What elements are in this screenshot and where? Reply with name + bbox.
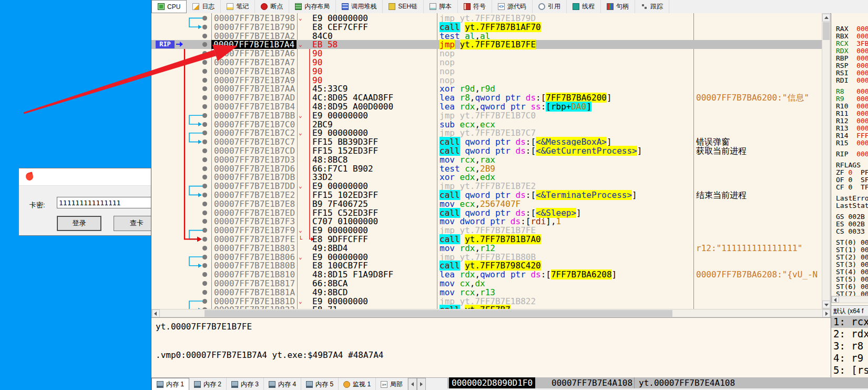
toolbar-tab-log[interactable]: 日志: [187, 0, 221, 13]
breakpoint-bullet[interactable]: [202, 219, 207, 224]
argument-row[interactable]: 1: rcx: [831, 316, 868, 328]
toolbar-tab-memmap[interactable]: 内存布局: [289, 0, 336, 13]
breakpoint-bullet[interactable]: [202, 113, 207, 118]
bottom-tab-watch1[interactable]: 监视 1: [339, 378, 376, 390]
disasm-row[interactable]: 00007FF7B7E1B81D⌄E9 00000000jmp yt.7FF7B…: [151, 297, 822, 306]
register-row[interactable]: RBX 000: [836, 33, 868, 40]
disasm-row[interactable]: 00007FF7B7E1B7C02BC9sub ecx,ecx: [151, 120, 822, 129]
scroll-left-button[interactable]: [152, 309, 160, 317]
bottom-tab-mem2[interactable]: 内存 2: [189, 378, 227, 390]
disasm-row[interactable]: 00007FF7B7E1B7E8B9 7F406725mov ecx,25674…: [151, 199, 822, 208]
disasm-row[interactable]: 00007FF7B7E1B7E2FF15 102ED3FFcall qword …: [151, 191, 822, 199]
disasm-row[interactable]: 00007FF7B7E1B7F9⌄E9 00000000jmp yt.7FF7B…: [151, 226, 822, 235]
breakpoint-bullet[interactable]: [202, 290, 207, 295]
toolbar-tab-symbols[interactable]: 符号: [458, 0, 492, 13]
scroll-right-button[interactable]: [822, 309, 830, 317]
disasm-row[interactable]: 00007FF7B7E1B81A49:8BCDmov rcx,r13: [151, 288, 822, 297]
disasm-row[interactable]: 00007FF7B7E1B81766:8BCAmov cx,dx: [151, 279, 822, 288]
register-row[interactable]: RDI 000: [836, 77, 868, 84]
breakpoint-bullet[interactable]: [202, 139, 207, 144]
disasm-row[interactable]: 00007FF7B7E1B79DE8 CEF7CFFFcall yt.7FF7B…: [151, 23, 822, 32]
register-row[interactable]: ST(2) 000: [836, 254, 868, 261]
breakpoint-bullet[interactable]: [202, 16, 207, 21]
register-row[interactable]: LastError: [836, 195, 868, 202]
toolbar-tab-script[interactable]: 脚本: [424, 0, 458, 13]
disasm-row[interactable]: 00007FF7B7E1B7C7FF15 BB39D3FFcall qword …: [151, 137, 822, 146]
scroll-thumb[interactable]: [205, 310, 672, 317]
scroll-down-button[interactable]: [822, 301, 830, 308]
register-row[interactable]: OF 0 SF: [836, 176, 868, 184]
bottom-tab-mem5[interactable]: 内存 5: [301, 378, 339, 390]
register-row[interactable]: ES 002B: [836, 221, 868, 228]
breakpoint-bullet[interactable]: [202, 211, 207, 215]
bottom-tab-locals[interactable]: 局部: [376, 378, 408, 390]
disasm-row[interactable]: 00007FF7B7E1B7A790nop: [151, 58, 822, 67]
breakpoint-bullet[interactable]: [202, 166, 207, 171]
register-row[interactable]: R13 000: [836, 125, 868, 132]
calling-convention-selector[interactable]: 默认 (x64 f: [831, 305, 868, 317]
breakpoint-bullet[interactable]: [202, 69, 207, 74]
register-row[interactable]: RSP 000: [836, 62, 868, 69]
disasm-row[interactable]: 00007FF7B7E1B822E8 71call yt.7FF7B7: [151, 305, 822, 309]
disasm-row[interactable]: 00007FF7B7E1B7D348:8BC8mov rcx,rax: [151, 155, 822, 164]
register-row[interactable]: R14 FFF: [836, 132, 868, 139]
disasm-row[interactable]: 00007FF7B7E1B7A990nop: [151, 76, 822, 85]
bottom-tab-mem4[interactable]: 内存 4: [264, 378, 301, 390]
disasm-row[interactable]: 00007FF7B7E1B7AA45:33C9xor r9d,r9d: [151, 84, 822, 93]
register-row[interactable]: ST(1) 000: [836, 246, 868, 254]
scroll-thumb[interactable]: [823, 22, 830, 40]
toolbar-tab-source[interactable]: 源代码: [492, 0, 533, 13]
toolbar-tab-breakpoints[interactable]: 断点: [255, 0, 289, 13]
register-row[interactable]: LastStatu: [836, 202, 868, 209]
toolbar-tab-seh[interactable]: SEH链: [383, 0, 424, 13]
disasm-horizontal-scrollbar[interactable]: [151, 309, 831, 317]
breakpoint-bullet[interactable]: [202, 263, 207, 268]
register-row[interactable]: RFLAGS: [836, 162, 868, 169]
breakpoint-bullet[interactable]: [202, 272, 207, 277]
register-row[interactable]: RCX 3FB: [836, 40, 868, 47]
register-row[interactable]: ST(6) 000: [836, 283, 868, 291]
registers-panel[interactable]: RAX 000RBX 000RCX 3FBRDX 000RBP 000RSP 0…: [836, 25, 868, 298]
breakpoint-bullet[interactable]: [202, 25, 207, 29]
register-row[interactable]: R10 000: [836, 103, 868, 110]
registers-horizontal-scrollbar[interactable]: [831, 296, 868, 303]
register-row[interactable]: R9 000: [836, 95, 868, 103]
disasm-row[interactable]: 00007FF7B7E1B7B448:8D95 A00D0000lea rdx,…: [151, 102, 822, 111]
register-row[interactable]: RIP 000: [836, 151, 868, 158]
register-row[interactable]: ST(0) 000: [836, 239, 868, 246]
disasm-row[interactable]: 00007FF7B7E1B7BB⌄E9 00000000jmp yt.7FF7B…: [151, 111, 822, 120]
disasm-row[interactable]: 00007FF7B7E1B7C2⌄E9 00000000jmp yt.7FF7B…: [151, 128, 822, 137]
disasm-row[interactable]: 00007FF7B7E1B7AD4C:8D05 4CAAD8FFlea r8,q…: [151, 93, 822, 102]
breakpoint-bullet[interactable]: [202, 148, 207, 153]
breakpoint-bullet[interactable]: [202, 131, 207, 135]
disasm-row[interactable]: 00007FF7B7E1B7DB33D2xor edx,edx: [151, 173, 822, 182]
disasm-row[interactable]: 00007FF7B7E1B7EDFF15 C52ED3FFcall qword …: [151, 208, 822, 217]
disasm-row[interactable]: 00007FF7B7E1B7A284C0test al,al: [151, 32, 822, 41]
argument-row[interactable]: 2: rdx: [831, 328, 868, 340]
breakpoint-bullet[interactable]: [202, 184, 207, 188]
breakpoint-bullet[interactable]: [202, 281, 207, 286]
breakpoint-bullet[interactable]: [202, 237, 207, 242]
register-row[interactable]: R15 000: [836, 139, 868, 147]
argument-row[interactable]: 5: [rs: [831, 364, 868, 376]
disasm-row[interactable]: 00007FF7B7E1B7A4⌄EB 58jmp yt.7FF7B7E1B7F…: [151, 40, 822, 49]
disasm-row[interactable]: 00007FF7B7E1B7F3C707 01000000mov dword p…: [151, 217, 822, 226]
disassembly-pane[interactable]: 00007FF7B7E1B798⌄E9 00000000jmp yt.7FF7B…: [151, 13, 822, 309]
tab-scroll-right-button[interactable]: [417, 378, 426, 390]
breakpoint-bullet[interactable]: [202, 60, 207, 65]
register-row[interactable]: R8 000: [836, 88, 868, 95]
disasm-row[interactable]: 00007FF7B7E1B7D666:F7C1 B902test cx,2B9: [151, 164, 822, 173]
disasm-row[interactable]: 00007FF7B7E1B7A690nop: [151, 49, 822, 58]
toolbar-tab-trace[interactable]: 跟踪: [635, 0, 669, 13]
breakpoint-bullet[interactable]: [202, 246, 207, 251]
bottom-tab-mem3[interactable]: 内存 3: [227, 378, 264, 390]
stack-pane[interactable]: 0000002D8090D1F000007FF7B7E4A108yt.00007…: [447, 377, 868, 390]
scroll-up-button[interactable]: [822, 14, 830, 22]
toolbar-tab-handles[interactable]: 句柄: [601, 0, 635, 13]
breakpoint-bullet[interactable]: [202, 122, 207, 127]
tab-scroll-left-button[interactable]: [408, 378, 417, 390]
breakpoint-bullet[interactable]: [202, 299, 207, 304]
disasm-row[interactable]: 00007FF7B7E1B81048:8D15 F1A9D8FFlea rdx,…: [151, 270, 822, 279]
toolbar-tab-threads[interactable]: 线程: [567, 0, 601, 13]
register-row[interactable]: ST(4) 000: [836, 268, 868, 276]
